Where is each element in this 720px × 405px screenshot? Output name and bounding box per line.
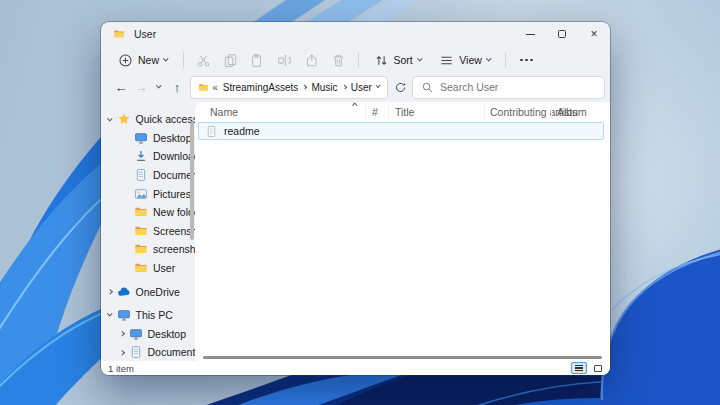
share-icon	[304, 53, 319, 68]
breadcrumb[interactable]: « StreamingAssets Music User	[190, 76, 388, 99]
breadcrumb-segment[interactable]: StreamingAssets	[221, 82, 301, 93]
sidebar-item-label: Pictures	[153, 188, 191, 200]
copy-icon	[223, 53, 238, 68]
toolbar-separator	[358, 52, 359, 68]
close-icon: ×	[590, 28, 597, 40]
horizontal-scrollbar[interactable]	[203, 356, 602, 359]
file-explorer-window: User × New Sort View	[101, 22, 610, 375]
column-divider[interactable]	[365, 106, 366, 118]
maximize-button[interactable]	[546, 22, 578, 46]
up-button[interactable]: ↑	[168, 76, 186, 98]
paste-button	[244, 48, 271, 72]
view-lines-icon	[439, 53, 454, 68]
sidebar-item-screenshots-lower[interactable]: screenshots	[101, 240, 189, 259]
status-bar: 1 item	[101, 361, 610, 375]
minimize-button[interactable]	[514, 22, 546, 46]
window-controls: ×	[514, 22, 610, 46]
breadcrumb-segment[interactable]: User	[349, 82, 374, 93]
forward-button: →	[132, 76, 150, 98]
details-view-icon	[575, 365, 583, 372]
maximize-icon	[558, 30, 566, 38]
rename-button	[271, 48, 298, 72]
breadcrumb-overflow[interactable]: «	[212, 82, 218, 93]
arrow-left-icon: ←	[115, 80, 128, 95]
cut-button	[190, 48, 217, 72]
close-button[interactable]: ×	[578, 22, 610, 46]
search-box[interactable]	[412, 76, 605, 99]
sidebar-item-documents[interactable]: Documents	[101, 166, 189, 185]
column-header-album[interactable]: Album	[557, 106, 587, 118]
sidebar-item-label: User	[153, 262, 175, 274]
picture-icon	[134, 187, 148, 201]
folder-icon	[134, 261, 148, 275]
minimize-icon	[526, 34, 535, 35]
column-divider[interactable]	[484, 106, 485, 118]
titlebar[interactable]: User ×	[101, 22, 610, 46]
text-file-icon	[205, 125, 218, 138]
folder-icon	[134, 242, 148, 256]
breadcrumb-segment[interactable]: Music	[309, 82, 339, 93]
chevron-down-icon[interactable]	[107, 115, 112, 120]
chevron-right-icon[interactable]	[107, 289, 112, 294]
toolbar-separator	[183, 52, 184, 68]
folder-icon	[198, 81, 209, 94]
sidebar-item-desktop[interactable]: Desktop	[101, 129, 189, 148]
sidebar-item-quick-access[interactable]: Quick access	[101, 110, 189, 129]
new-button-label: New	[138, 54, 159, 66]
chevron-down-icon[interactable]	[376, 83, 381, 88]
chevron-down-icon	[157, 83, 162, 88]
circle-plus-icon	[118, 53, 133, 68]
sidebar-item-new-folder[interactable]: New folder (2)	[101, 203, 189, 222]
chevron-down-icon	[486, 56, 491, 61]
view-button[interactable]: View	[430, 48, 499, 72]
item-count: 1 item	[108, 363, 134, 374]
sidebar-item-onedrive[interactable]: OneDrive	[101, 282, 189, 301]
column-divider[interactable]	[551, 106, 552, 118]
sidebar-item-label: Desktop	[148, 328, 187, 340]
download-icon	[134, 149, 148, 163]
refresh-icon	[394, 81, 407, 94]
recent-locations-button[interactable]	[152, 76, 166, 98]
details-view-button[interactable]	[571, 362, 587, 374]
sidebar-item-pictures[interactable]: Pictures	[101, 184, 189, 203]
more-options-button[interactable]	[512, 59, 541, 62]
cloud-icon	[117, 285, 131, 299]
chevron-down-icon	[417, 56, 422, 61]
file-name: readme	[224, 125, 260, 137]
window-title: User	[134, 28, 156, 40]
scrollbar-thumb[interactable]	[190, 122, 194, 240]
chevron-down-icon[interactable]	[107, 311, 112, 316]
monitor-icon	[129, 327, 143, 341]
arrow-right-icon: →	[135, 80, 148, 95]
search-input[interactable]	[440, 81, 596, 93]
column-header-name[interactable]: Name	[210, 106, 238, 118]
view-toggles	[571, 362, 606, 374]
large-icons-view-button[interactable]	[590, 362, 606, 374]
document-icon	[134, 168, 148, 182]
column-header-title[interactable]: Title	[395, 106, 414, 118]
sort-button[interactable]: Sort	[365, 48, 431, 72]
cut-icon	[196, 53, 211, 68]
paste-icon	[250, 53, 265, 68]
chevron-right-icon[interactable]	[119, 350, 124, 355]
new-button[interactable]: New	[109, 48, 177, 72]
sidebar-item-downloads[interactable]: Downloads	[101, 147, 189, 166]
file-row-readme[interactable]: readme	[198, 122, 604, 140]
refresh-button[interactable]	[392, 76, 408, 98]
rename-icon	[277, 53, 292, 68]
arrow-up-icon: ↑	[174, 80, 181, 95]
large-icons-view-icon	[594, 365, 602, 372]
folder-icon	[134, 224, 148, 238]
sidebar-item-thispc-documents[interactable]: Documents	[101, 343, 189, 362]
sidebar-item-thispc-desktop[interactable]: Desktop	[101, 325, 189, 344]
sidebar-item-user[interactable]: User	[101, 259, 189, 278]
column-divider[interactable]	[388, 106, 389, 118]
sidebar-item-this-pc[interactable]: This PC	[101, 306, 189, 325]
chevron-right-icon	[342, 85, 347, 90]
back-button[interactable]: ←	[112, 76, 130, 98]
sort-arrows-icon	[374, 53, 389, 68]
chevron-right-icon[interactable]	[119, 331, 124, 336]
sidebar-item-screenshots[interactable]: Screenshots	[101, 222, 189, 241]
computer-icon	[117, 308, 131, 322]
column-header-number[interactable]: #	[372, 106, 378, 118]
